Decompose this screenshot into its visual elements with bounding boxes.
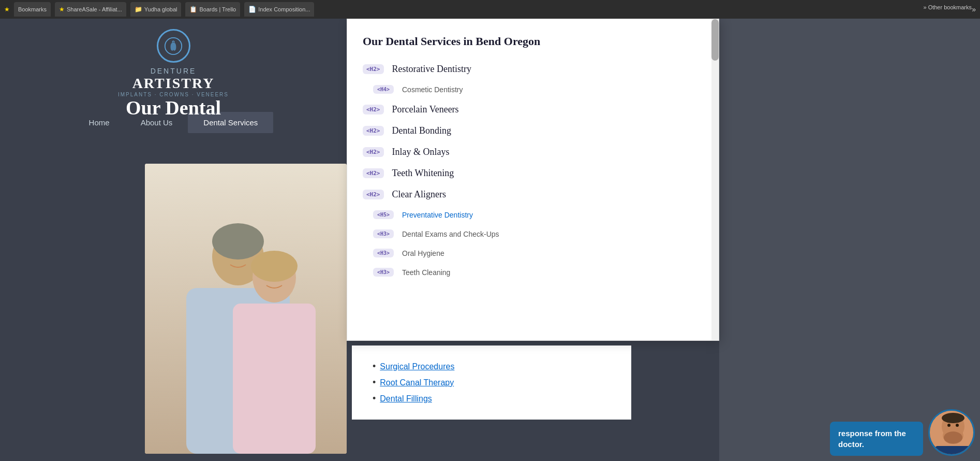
dropdown-item-restorative[interactable]: <H2> Restorative Dentistry	[347, 59, 719, 80]
svg-point-11	[944, 431, 962, 444]
root-canal-link[interactable]: Root Canal Therapy	[380, 378, 454, 387]
svg-point-14	[956, 424, 959, 427]
other-bookmarks-label: » Other bookmarks	[923, 4, 972, 10]
svg-point-12	[942, 413, 964, 423]
surgical-procedures-link[interactable]: Surgical Procedures	[380, 362, 454, 371]
tab-trello-icon: 📋	[189, 6, 197, 13]
tab-bookmarks[interactable]: Bookmarks	[14, 2, 51, 17]
tag-h3-exams: <H3>	[373, 229, 394, 238]
tab-shareasale[interactable]: ★ ShareASale - Affiliat...	[55, 2, 126, 17]
item-text-veneers: Porcelain Veneers	[392, 104, 459, 115]
item-text-exams: Dental Exams and Check-Ups	[402, 230, 499, 238]
dental-fillings-link[interactable]: Dental Fillings	[380, 394, 432, 404]
dropdown-item-inlay[interactable]: <H2> Inlay & Onlays	[347, 141, 719, 163]
dropdown-overlay: Our Dental Services in Bend Oregon <H2> …	[347, 19, 719, 341]
bullet-item-fillings: • Dental Fillings	[373, 393, 611, 404]
browser-chrome: ★ Bookmarks ★ ShareASale - Affiliat... 📁…	[0, 0, 980, 19]
dropdown-item-cosmetic[interactable]: <H4> Cosmetic Dentistry	[347, 80, 719, 99]
logo-icon	[157, 29, 190, 63]
chat-bubble: response from the doctor.	[830, 422, 923, 456]
tab-trello-label: Boards | Trello	[199, 6, 236, 12]
avatar-image	[930, 411, 973, 454]
chat-avatar[interactable]	[928, 409, 975, 456]
svg-rect-5	[233, 304, 316, 454]
scrollbar[interactable]	[711, 19, 719, 341]
tag-h3-cleaning: <H3>	[373, 268, 394, 277]
tab-bookmarks-label: Bookmarks	[18, 6, 47, 12]
tab-trello[interactable]: 📋 Boards | Trello	[185, 2, 240, 17]
dropdown-item-whitening[interactable]: <H2> Teeth Whitening	[347, 163, 719, 184]
tag-h3-hygiene: <H3>	[373, 249, 394, 257]
scrollbar-thumb[interactable]	[711, 19, 719, 61]
svg-point-6	[212, 223, 264, 260]
bullet-dot-3: •	[373, 393, 376, 404]
tag-h2-veneers: <H2>	[363, 105, 384, 114]
website-container: DENTURE ARTISTRY IMPLANTS · CROWNS · VEN…	[0, 19, 980, 461]
item-text-cosmetic: Cosmetic Dentistry	[402, 85, 463, 94]
item-text-cleaning: Teeth Cleaning	[402, 268, 450, 277]
couple-silhouette	[145, 164, 347, 454]
tag-h2-restorative: <H2>	[363, 64, 384, 74]
bullet-dot-1: •	[373, 361, 376, 372]
tag-h2-aligners: <H2>	[363, 190, 384, 199]
tag-h2-bonding: <H2>	[363, 126, 384, 136]
tag-h5-preventative: <H5>	[373, 210, 394, 219]
page-hero-title: Our Dental	[0, 96, 347, 119]
item-text-preventative: Preventative Dentistry	[402, 211, 473, 219]
chat-bubble-text: response from the doctor.	[838, 429, 906, 449]
item-text-whitening: Teeth Whitening	[392, 168, 454, 179]
tab-index-icon: 📄	[248, 6, 256, 13]
bullet-list-area: • Surgical Procedures • Root Canal Thera…	[352, 345, 631, 420]
more-tabs-icon[interactable]: »	[972, 5, 976, 13]
tab-folder-icon: 📁	[135, 6, 142, 13]
tag-h2-whitening: <H2>	[363, 168, 384, 178]
bullet-item-surgical: • Surgical Procedures	[373, 361, 611, 372]
logo-artistry-text: ARTISTRY	[132, 75, 215, 92]
bullet-item-rootcanal: • Root Canal Therapy	[373, 377, 611, 388]
dark-background-right	[719, 19, 980, 461]
bookmark-star-icon: ★	[4, 6, 10, 13]
tab-yudha[interactable]: 📁 Yudha global	[130, 2, 182, 17]
item-text-aligners: Clear Aligners	[392, 189, 446, 200]
tab-yudha-label: Yudha global	[144, 6, 177, 12]
logo-denture-text: DENTURE	[151, 67, 197, 75]
tab-star-icon: ★	[59, 6, 65, 13]
svg-point-13	[947, 424, 951, 427]
item-text-inlay: Inlay & Onlays	[392, 147, 450, 157]
item-text-hygiene: Oral Hygiene	[402, 249, 444, 257]
site-header: DENTURE ARTISTRY IMPLANTS · CROWNS · VEN…	[0, 19, 347, 461]
item-text-bonding: Dental Bonding	[392, 125, 452, 136]
dropdown-item-bonding[interactable]: <H2> Dental Bonding	[347, 120, 719, 141]
tooth-icon	[164, 37, 183, 55]
tag-h4-cosmetic: <H4>	[373, 85, 394, 94]
dropdown-item-hygiene[interactable]: <H3> Oral Hygiene	[347, 243, 719, 263]
chat-widget: response from the doctor.	[830, 409, 975, 456]
dropdown-item-veneers[interactable]: <H2> Porcelain Veneers	[347, 99, 719, 120]
bullet-dot-2: •	[373, 377, 376, 388]
svg-point-7	[251, 251, 298, 282]
dropdown-item-aligners[interactable]: <H2> Clear Aligners	[347, 184, 719, 205]
page-hero: Our Dental	[0, 96, 347, 119]
tab-shareasale-label: ShareASale - Affiliat...	[67, 6, 122, 12]
item-text-restorative: Restorative Dentistry	[392, 64, 471, 75]
tab-index-label: Index Composition...	[258, 6, 310, 12]
dropdown-item-preventative[interactable]: <H5> Preventative Dentistry	[347, 205, 719, 224]
dropdown-item-cleaning[interactable]: <H3> Teeth Cleaning	[347, 263, 719, 282]
svg-rect-15	[935, 446, 971, 456]
tab-index[interactable]: 📄 Index Composition...	[244, 2, 314, 17]
dropdown-item-exams[interactable]: <H3> Dental Exams and Check-Ups	[347, 224, 719, 243]
dropdown-title: Our Dental Services in Bend Oregon	[347, 19, 719, 59]
logo-area: DENTURE ARTISTRY IMPLANTS · CROWNS · VEN…	[118, 19, 229, 103]
couple-image	[145, 164, 347, 454]
tag-h2-inlay: <H2>	[363, 147, 384, 157]
